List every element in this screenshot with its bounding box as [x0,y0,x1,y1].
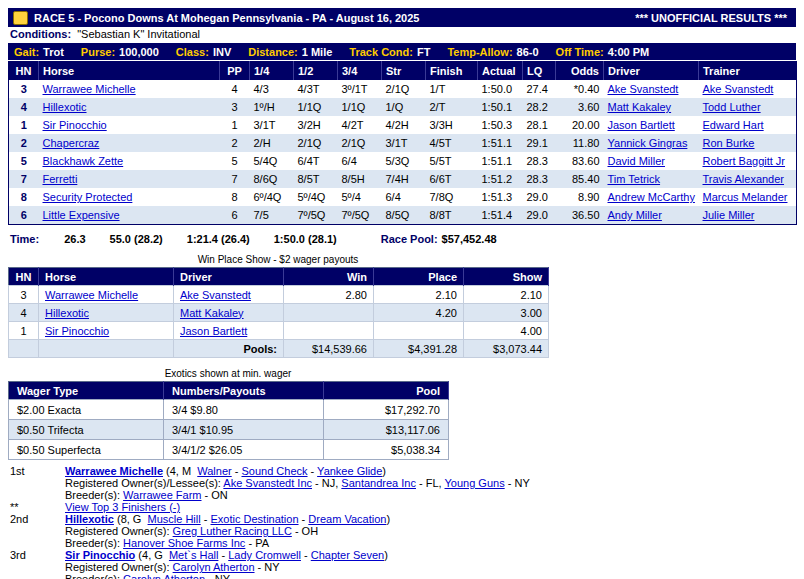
exotics-caption: Exotics shown at min. wager [8,368,448,380]
footer-link[interactable]: Carolyn Atherton [123,573,205,579]
footer-text: ) [382,465,386,477]
driver-link[interactable]: Ake Svanstedt [608,83,679,95]
horse-link[interactable]: Security Protected [43,191,133,203]
footer-link[interactable]: Ake Svanstedt Inc [223,477,312,489]
hn-cell: 4 [9,98,39,116]
hn-cell: 3 [9,80,39,98]
trainer-link[interactable]: Edward Hart [703,119,764,131]
horse-link[interactable]: Ferretti [43,173,78,185]
race-info-label: Class: [176,46,209,58]
race-info-value: INV [213,46,231,58]
driver-cell: Yannick Gingras [604,134,699,152]
driver-link[interactable]: Andy Miller [608,209,662,221]
footer-link[interactable]: Carolyn Atherton [173,561,255,573]
footer-text: - [308,465,318,477]
wps-show-cell: 2.10 [464,286,549,304]
pools-show: $3,073.44 [464,340,549,358]
lq-cell: 28.1 [523,116,556,134]
finisher-content: Warrawee Michelle (4, M Walner - Sound C… [65,465,796,501]
footer-link[interactable]: Met`s Hall [169,549,219,561]
fraction-time: 1:50.0 (28.1) [274,233,337,245]
horse-link[interactable]: Warrawee Michelle [43,83,136,95]
results-row: 7Ferretti78/6Q8/5T8/5H7/4H6/6T1:51.228.3… [9,170,797,188]
finish-cell: 3/3H [426,116,478,134]
trainer-link[interactable]: Robert Baggitt Jr [703,155,786,167]
trainer-link[interactable]: Todd Luther [703,101,761,113]
horse-link[interactable]: Hillexotic [45,307,89,319]
driver-link[interactable]: Tim Tetrick [608,173,661,185]
trainer-cell: Ron Burke [699,134,797,152]
footer-link[interactable]: Warrawee Michelle [65,465,163,477]
footer-link[interactable]: Young Guns [445,477,505,489]
results-row: 3Warrawee Michelle44/34/3T3º/1T2/1Q1/T1:… [9,80,797,98]
trainer-link[interactable]: Julie Miller [703,209,755,221]
footer-link[interactable]: Santandrea Inc [341,477,416,489]
footer-link[interactable]: Yankee Glide [317,465,382,477]
race-title: RACE 5 - Pocono Downs At Mohegan Pennsyl… [34,12,419,24]
finish-cell: 8/8T [426,206,478,225]
actual-cell: 1:51.1 [478,152,523,170]
footer-link[interactable]: Hanover Shoe Farms Inc [123,537,245,549]
driver-link[interactable]: Yannick Gingras [608,137,688,149]
q1-cell: 7/5 [250,206,294,225]
trainer-link[interactable]: Ron Burke [703,137,755,149]
horse-link[interactable]: Sir Pinocchio [43,119,107,131]
time-summary: Time:26.355.0 (28.2)1:21.4 (26.4)1:50.0 … [8,233,796,246]
finisher-content: View Top 3 Finishers (-) [65,501,796,513]
trainer-cell: Todd Luther [699,98,797,116]
horse-link[interactable]: Hillexotic [43,101,87,113]
trainer-cell: Edward Hart [699,116,797,134]
wps-win-cell: 2.80 [284,286,374,304]
footer-link[interactable]: View Top 3 Finishers (-) [65,501,180,513]
finisher-line: Breeder(s): Hanover Shoe Farms Inc - PA [65,537,796,549]
footer-link[interactable]: Warrawee Farm [123,489,201,501]
odds-cell: 83.60 [556,152,604,170]
exotics-header-row: Wager TypeNumbers/PayoutsPool [9,382,449,400]
driver-link[interactable]: Matt Kakaley [608,101,672,113]
horse-link[interactable]: Sir Pinocchio [45,325,109,337]
results-row: 8Security Protected86º/4Q5º/4Q5º/46/47/8… [9,188,797,206]
pp-cell: 4 [220,80,250,98]
lq-cell: 29.0 [523,188,556,206]
footer-link[interactable]: Chapter Seven [311,549,384,561]
pools-win: $14,539.66 [284,340,374,358]
footer-link[interactable]: Sir Pinocchio [65,549,135,561]
horse-link[interactable]: Blackhawk Zette [43,155,124,167]
driver-link[interactable]: Jason Bartlett [180,325,247,337]
trainer-cell: Julie Miller [699,206,797,225]
footer-text: (8, G [114,513,148,525]
horse-cell: Security Protected [39,188,220,206]
wps-header-row: HNHorseDriverWinPlaceShow [9,268,549,286]
horse-link[interactable]: Little Expensive [43,209,120,221]
finishers-section: 1stWarrawee Michelle (4, M Walner - Soun… [8,465,796,579]
race-pool-label: Race Pool: [381,233,438,245]
footer-link[interactable]: Walner [197,465,231,477]
trainer-link[interactable]: Travis Alexander [703,173,785,185]
hn-cell: 5 [9,152,39,170]
driver-link[interactable]: Ake Svanstedt [180,289,251,301]
footer-text: (4, G [135,549,169,561]
place-label: ** [10,501,65,513]
footer-link[interactable]: Dream Vacation [308,513,386,525]
q1-cell: 3/1T [250,116,294,134]
trainer-link[interactable]: Marcus Melander [703,191,788,203]
horse-link[interactable]: Warrawee Michelle [45,289,138,301]
footer-link[interactable]: Sound Check [241,465,307,477]
footer-link[interactable]: Lady Cromwell [228,549,301,561]
driver-link[interactable]: David Miller [608,155,665,167]
odds-cell: 3.60 [556,98,604,116]
horse-link[interactable]: Chapercraz [43,137,100,149]
race-icon[interactable] [13,11,28,25]
footer-link[interactable]: Muscle Hill [148,513,201,525]
race-info-label: Off Time: [556,46,604,58]
finisher-line: Registered Owner(s): Carolyn Atherton - … [65,561,796,573]
trainer-link[interactable]: Ake Svanstedt [703,83,774,95]
driver-link[interactable]: Andrew McCarthy [608,191,695,203]
footer-link[interactable]: Hillexotic [65,513,114,525]
footer-link[interactable]: Greg Luther Racing LLC [173,525,292,537]
footer-link[interactable]: Exotic Destination [211,513,299,525]
wps-driver-cell: Ake Svanstedt [174,286,284,304]
fraction-time: 26.3 [64,233,85,245]
driver-link[interactable]: Matt Kakaley [180,307,244,319]
driver-link[interactable]: Jason Bartlett [608,119,675,131]
